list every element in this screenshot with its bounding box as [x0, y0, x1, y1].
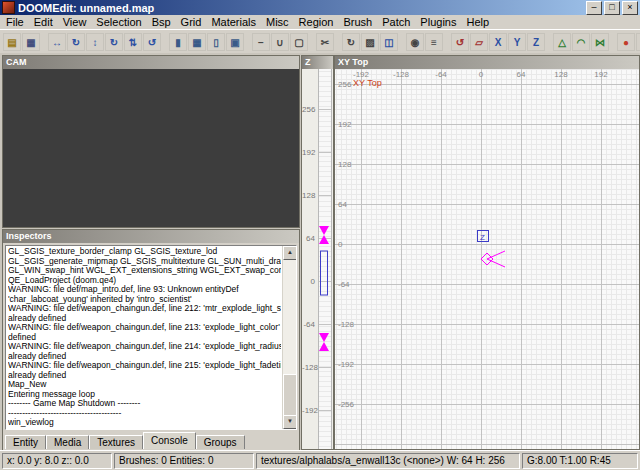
scroll-up-icon[interactable]: ▲ — [283, 246, 297, 260]
inspector-tab[interactable]: Console — [143, 432, 196, 449]
show-lights-button[interactable]: ● — [617, 33, 635, 51]
save-file-button[interactable]: ▦ — [22, 33, 40, 51]
camera-panel-title: CAM — [6, 57, 27, 67]
free-rotation-button[interactable]: ↺ — [451, 33, 469, 51]
menu-item[interactable]: View — [58, 15, 92, 29]
camera-preview-button[interactable]: ◉ — [406, 33, 424, 51]
inspector-tab[interactable]: Entity — [5, 435, 46, 449]
free-scaling-button[interactable]: ▱ — [470, 33, 488, 51]
xy-v-ruler-label: -192 — [338, 360, 354, 369]
flip-z-button[interactable]: ⇅ — [124, 33, 142, 51]
menu-bar: File Edit View Selection Bsp Grid Materi… — [0, 15, 640, 29]
select-partial-tall-button[interactable]: ▯ — [207, 33, 225, 51]
console-line: WARNING: file def/weapon_chaingun.def, l… — [8, 342, 281, 352]
csg-subtract-button[interactable]: − — [252, 33, 270, 51]
toolbar: ▤ ▦ ↔ ↻ ↕ ↻ ⇅ ↺ ▮ ▦ ▯ ▣ − ∪ ▢ ✂ — [0, 29, 640, 55]
patch-wireframe-button[interactable]: △ — [553, 33, 571, 51]
csg-merge-button[interactable]: ∪ — [271, 33, 289, 51]
xy-v-ruler-label: 128 — [338, 160, 351, 169]
maximize-button[interactable]: □ — [604, 1, 620, 15]
scale-lock-x-button[interactable]: X — [489, 33, 507, 51]
xy-h-ruler-label: -64 — [435, 70, 447, 79]
inspector-tab[interactable]: Textures — [89, 435, 143, 449]
scroll-down-icon[interactable]: ▼ — [283, 415, 297, 429]
console-line: Entering message loop — [8, 390, 281, 400]
inspector-tab[interactable]: Media — [46, 435, 89, 449]
close-button[interactable]: × — [622, 1, 638, 15]
select-complete-tall-button[interactable]: ▮ — [169, 33, 187, 51]
xy-v-ruler-label: 64 — [338, 200, 347, 209]
console-line: GL_WIN_swap_hint WGL_EXT_extensions_stri… — [8, 266, 281, 276]
menu-item[interactable]: File — [1, 15, 29, 29]
xy-grid-canvas[interactable] — [335, 69, 639, 449]
z-panel-titlebar[interactable]: Z — [302, 56, 333, 69]
clipper-button[interactable]: ✂ — [316, 33, 334, 51]
console-line: already defined — [8, 352, 281, 362]
patch-bend-button[interactable]: ◠ — [572, 33, 590, 51]
camera-viewport[interactable] — [3, 69, 299, 227]
status-coordinates: x: 0.0 y: 8.0 z:: 0.0 — [2, 453, 112, 469]
console-line: defined — [8, 333, 281, 343]
menu-item[interactable]: Selection — [91, 15, 146, 29]
menu-item[interactable]: Edit — [29, 15, 58, 29]
console-line: -------- Game Map Shutdown -------- — [8, 399, 281, 409]
z-grid-strip[interactable] — [318, 69, 332, 449]
menu-item[interactable]: Region — [294, 15, 339, 29]
console-scrollbar[interactable]: ▲ ▼ — [282, 246, 296, 429]
xy-v-ruler-label: -128 — [338, 320, 354, 329]
xy-panel-title: XY Top — [338, 57, 368, 67]
menu-item[interactable]: Materials — [206, 15, 261, 29]
flip-x-button[interactable]: ↔ — [48, 33, 66, 51]
title-bar[interactable]: DOOMEdit: unnamed.map – □ × — [0, 0, 640, 15]
cubic-clip-button[interactable]: ◫ — [380, 33, 398, 51]
rotate-x-button[interactable]: ↻ — [67, 33, 85, 51]
xy-v-ruler-label: 0 — [338, 240, 342, 249]
flip-y-button[interactable]: ↕ — [86, 33, 104, 51]
view-label: XY Top — [353, 78, 382, 88]
console-line: WARNING: file def/weapon_chaingun.def, l… — [8, 361, 281, 371]
minimize-button[interactable]: – — [586, 1, 602, 15]
select-inside-button[interactable]: ▣ — [226, 33, 244, 51]
change-views-button[interactable]: ↻ — [342, 33, 360, 51]
inspector-tabs: Entity Media Textures Console Groups — [5, 432, 245, 449]
z-ruler-label: 128 — [302, 191, 315, 200]
menu-item[interactable]: Bsp — [147, 15, 176, 29]
menu-item[interactable]: Patch — [377, 15, 415, 29]
scrollbar-thumb[interactable] — [283, 374, 297, 416]
open-file-button[interactable]: ▤ — [3, 33, 21, 51]
window-controls: – □ × — [586, 1, 638, 15]
z-panel-title: Z — [305, 57, 311, 67]
show-sound-button[interactable]: ◎ — [636, 33, 640, 51]
inspectors-panel-title: Inspectors — [6, 231, 52, 241]
inspectors-panel-titlebar[interactable]: Inspectors — [3, 230, 299, 243]
doomedit-window: DOOMEdit: unnamed.map – □ × File Edit Vi… — [0, 0, 640, 470]
scale-lock-y-button[interactable]: Y — [508, 33, 526, 51]
console-line: win_viewlog — [8, 418, 281, 428]
menu-item[interactable]: Brush — [338, 15, 377, 29]
xy-panel-titlebar[interactable]: XY Top — [335, 56, 639, 69]
menu-item[interactable]: Help — [461, 15, 494, 29]
menu-item[interactable]: Misc — [261, 15, 294, 29]
z-ruler-label: -128 — [302, 363, 315, 372]
rotate-y-button[interactable]: ↻ — [105, 33, 123, 51]
inspector-tab[interactable]: Groups — [196, 435, 245, 449]
select-touching-button[interactable]: ▦ — [188, 33, 206, 51]
xy-h-ruler-label: -128 — [393, 70, 409, 79]
console-line: WARNING: file def/map_intro.def, line 93… — [8, 285, 281, 295]
xy-panel: XY Top -192 -128 -64 0 64 — [334, 55, 640, 450]
z-viewport[interactable]: 256 192 128 64 0 -64 -128 -192 — [302, 69, 333, 449]
status-counts: Brushes: 0 Entities: 0 — [114, 453, 254, 469]
menu-item[interactable]: Plugins — [415, 15, 461, 29]
scale-lock-z-button[interactable]: Z — [527, 33, 545, 51]
entity-list-button[interactable]: ≡ — [425, 33, 443, 51]
patch-weld-button[interactable]: ⋈ — [591, 33, 609, 51]
menu-item[interactable]: Grid — [176, 15, 207, 29]
camera-panel-titlebar[interactable]: CAM — [3, 56, 299, 69]
texture-view-button[interactable]: ▨ — [361, 33, 379, 51]
xy-v-ruler-label: 192 — [338, 120, 351, 129]
rotate-z-button[interactable]: ↺ — [143, 33, 161, 51]
make-hollow-button[interactable]: ▢ — [290, 33, 308, 51]
z-panel: Z 256 192 128 64 0 -64 — [301, 55, 334, 450]
app-icon — [2, 1, 15, 14]
console-output[interactable]: GL_SGIS_texture_border_clamp GL_SGIS_tex… — [5, 245, 297, 430]
